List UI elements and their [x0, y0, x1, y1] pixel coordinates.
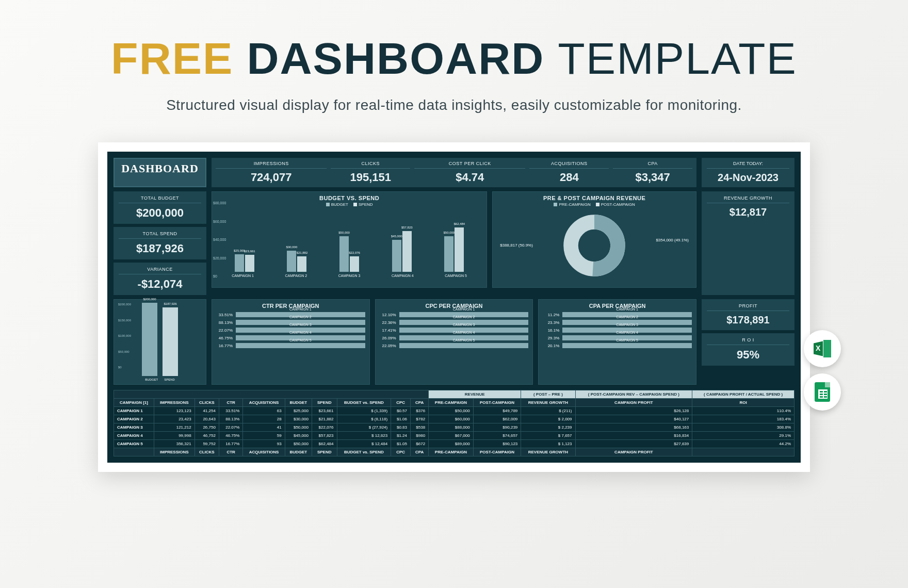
google-sheets-icon[interactable] — [804, 373, 841, 411]
chart-budget-vs-spend: BUDGET VS. SPEND BUDGETSPEND $80,000$60,… — [212, 191, 487, 288]
kpi-impressions: IMPRESSIONS724,077 — [216, 161, 327, 184]
card-revenue-growth: REVENUE GROWTH$12,817 — [702, 191, 794, 295]
chart-cpc-per-campaign: CPC PER CAMPAIGN12.10%CAMPAIGN 122.36%CA… — [375, 299, 533, 385]
chart-cpa-per-campaign: CPA PER CAMPAIGN11.2%CAMPAIGN 123.3%CAMP… — [538, 299, 696, 385]
dashboard-badge: DASHBOARD — [113, 158, 206, 187]
excel-icon[interactable] — [804, 330, 841, 367]
kpi-strip: IMPRESSIONS724,077 CLICKS195,151 COST PE… — [212, 158, 696, 187]
page-subtitle: Structured visual display for real-time … — [93, 97, 815, 113]
kpi-cpc: COST PER CLICK$4.74 — [414, 161, 525, 184]
card-total-spend: TOTAL SPEND$187,926 — [113, 227, 206, 259]
kpi-acq: ACQUISITIONS284 — [529, 161, 609, 184]
date-box: DATE TODAY: 24-Nov-2023 — [702, 158, 794, 187]
kpi-clicks: CLICKS195,151 — [331, 161, 410, 184]
card-roi: R O I95% — [702, 333, 794, 366]
title-word-free: FREE — [111, 34, 233, 83]
campaign-table: REVENUE( POST – PRE )( POST-CAMPAIGN REV… — [113, 390, 794, 456]
page-title: FREE DASHBOARD TEMPLATE — [93, 36, 815, 80]
title-word-template: TEMPLATE — [558, 34, 797, 83]
chart-budget-spend-mini: $200,000$150,000$100,000$50,000$0 $200,0… — [113, 299, 206, 385]
title-word-dashboard: DASHBOARD — [247, 34, 544, 83]
chart-pre-post-revenue: PRE & POST CAMPAIGN REVENUE PRE-CAMPAIGN… — [492, 191, 696, 288]
template-preview: DASHBOARD IMPRESSIONS724,077 CLICKS195,1… — [98, 142, 810, 472]
kpi-cpa: CPA$3,347 — [613, 161, 692, 184]
chart-ctr-per-campaign: CTR PER CAMPAIGN33.51%CAMPAIGN 188.13%CA… — [212, 299, 370, 385]
card-profit: PROFIT$178,891 — [702, 299, 794, 330]
card-total-budget: TOTAL BUDGET$200,000 — [113, 191, 206, 224]
card-variance: VARIANCE-$12,074 — [113, 263, 206, 295]
